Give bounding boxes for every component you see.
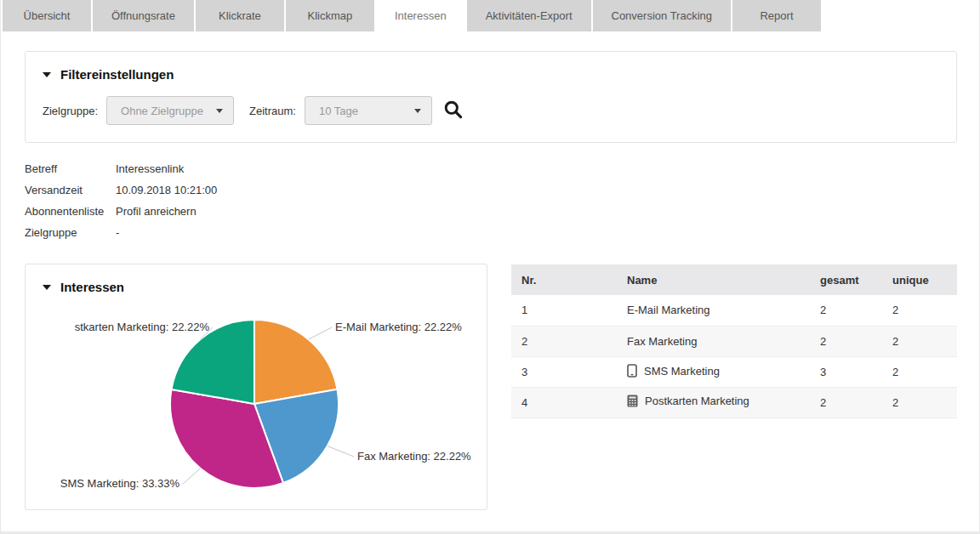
filter-settings-card: Filtereinstellungen Zielgruppe: Ohne Zie… (25, 51, 957, 143)
table-row: 2Fax Marketing22 (511, 326, 957, 356)
details-value: Interessenlink (116, 162, 184, 175)
details-row: AbonnentenlisteProfil anreichern (25, 201, 217, 222)
tab-aktivit-ten-export[interactable]: Aktivitäten-Export (467, 0, 591, 31)
tab-report[interactable]: Report (732, 0, 821, 31)
zielgruppe-dropdown-value: Ohne Zielgruppe (121, 105, 203, 117)
pie-label-connector (328, 446, 354, 457)
cell-name: Fax Marketing (617, 326, 810, 356)
details-row: BetreffInteressenlink (25, 158, 217, 179)
tab--bersicht[interactable]: Übersicht (3, 0, 91, 31)
tab-bar: ÜbersichtÖffnungsrateKlickrateKlickmapIn… (1, 0, 979, 31)
details-label: Zielgruppe (25, 226, 116, 239)
column-header-nr: Nr. (511, 264, 617, 295)
cell-gesamt: 2 (810, 326, 882, 356)
tab--ffnungsrate[interactable]: Öffnungsrate (93, 0, 194, 31)
pie-label: Fax Marketing: 22.22% (357, 450, 471, 463)
pie-label-connector (309, 327, 332, 339)
triangle-down-icon (43, 285, 51, 290)
zielgruppe-label: Zielgruppe: (43, 105, 98, 117)
smartphone-icon (627, 364, 637, 380)
tab-conversion-tracking[interactable]: Conversion Tracking (593, 0, 732, 31)
interessen-pie-chart: E-Mail Marketing: 22.22%Fax Marketing: 2… (26, 264, 487, 509)
interessen-table-body: 1E-Mail Marketing222Fax Marketing223SMS … (511, 295, 957, 418)
tab-interessen[interactable]: Interessen (376, 0, 465, 31)
calculator-icon (627, 395, 638, 410)
cell-unique: 2 (882, 326, 957, 356)
details-label: Abonnentenliste (25, 205, 116, 218)
table-row: 4Postkarten Marketing22 (511, 387, 957, 418)
cell-gesamt: 2 (810, 387, 882, 418)
details-row: Versandzeit10.09.2018 10:21:00 (25, 179, 217, 201)
cell-name: E-Mail Marketing (617, 295, 810, 326)
interessen-header[interactable]: Interessen (43, 280, 124, 294)
cell-gesamt: 3 (810, 356, 882, 387)
search-button[interactable] (443, 99, 463, 122)
pie-label: SMS Marketing: 33.33% (60, 477, 180, 490)
interessen-title: Interessen (60, 280, 124, 294)
details-row: Zielgruppe- (25, 222, 217, 243)
table-row: 3SMS Marketing32 (511, 356, 957, 387)
cell-unique: 2 (882, 387, 957, 418)
column-header-name: Name (617, 264, 810, 295)
cell-gesamt: 2 (810, 295, 882, 326)
cell-unique: 2 (882, 295, 957, 326)
cell-name: Postkarten Marketing (617, 387, 810, 418)
cell-nr: 1 (511, 295, 617, 326)
column-header-gesamt: gesamt (810, 264, 882, 295)
zielgruppe-dropdown[interactable]: Ohne Zielgruppe (106, 96, 234, 125)
pie-label: stkarten Marketing: 22.22% (75, 321, 210, 333)
cell-name: SMS Marketing (617, 356, 810, 387)
tab-klickmap[interactable]: Klickmap (286, 0, 374, 31)
zeitraum-dropdown[interactable]: 10 Tage (305, 96, 432, 125)
zeitraum-dropdown-value: 10 Tage (319, 105, 358, 117)
zeitraum-label: Zeitraum: (249, 105, 296, 117)
details-value: Profil anreichern (116, 205, 197, 218)
table-row: 1E-Mail Marketing22 (511, 295, 957, 326)
pie-label-connector (183, 469, 200, 484)
triangle-down-icon (43, 72, 51, 77)
details-value: 10.09.2018 10:21:00 (116, 184, 217, 196)
campaign-details: BetreffInteressenlinkVersandzeit10.09.20… (25, 158, 217, 243)
table-header-row: Nr.Namegesamtunique (511, 264, 957, 295)
details-label: Versandzeit (25, 184, 116, 196)
interessen-card: E-Mail Marketing: 22.22%Fax Marketing: 2… (25, 264, 487, 510)
chevron-down-icon (414, 109, 421, 113)
cell-nr: 3 (511, 356, 617, 387)
column-header-unique: unique (882, 264, 957, 295)
cell-nr: 4 (511, 387, 617, 418)
tab-klickrate[interactable]: Klickrate (196, 0, 284, 31)
filter-settings-header[interactable]: Filtereinstellungen (43, 67, 939, 82)
filter-settings-title: Filtereinstellungen (60, 67, 174, 82)
details-label: Betreff (25, 162, 116, 175)
magnifier-icon (443, 99, 463, 122)
report-page: ÜbersichtÖffnungsrateKlickrateKlickmapIn… (0, 0, 980, 534)
cell-nr: 2 (511, 326, 617, 356)
pie-label: E-Mail Marketing: 22.22% (335, 321, 462, 333)
interessen-table: Nr.Namegesamtunique 1E-Mail Marketing222… (511, 264, 957, 418)
cell-unique: 2 (882, 356, 957, 387)
filter-controls: Zielgruppe: Ohne Zielgruppe Zeitraum: 10… (43, 96, 939, 125)
details-value: - (116, 226, 119, 239)
chevron-down-icon (216, 109, 223, 113)
